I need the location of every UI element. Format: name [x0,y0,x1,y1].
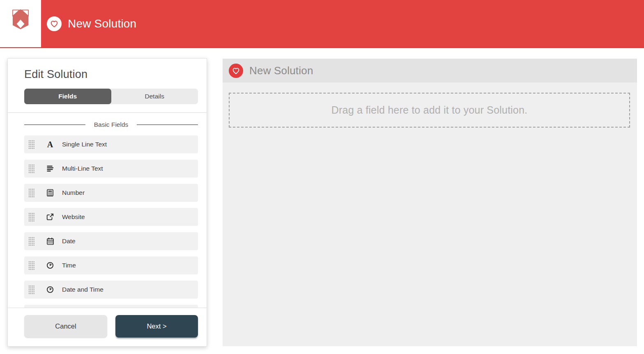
field-item-website[interactable]: Website [24,208,198,226]
topbar: New Solution [0,0,644,48]
panel-title: Edit Solution [24,68,198,81]
heart-icon [47,16,62,31]
solution-canvas: New Solution Drag a field here to add it… [223,59,637,346]
topbar-main: New Solution [41,0,644,47]
drag-handle-icon[interactable] [28,164,34,174]
editor-head: Edit Solution Fields Details [8,59,207,104]
external-link-icon [46,213,55,221]
field-list: Basic Fields A Single Line Text Multi-Li… [8,113,207,308]
divider-line [137,124,198,125]
next-button[interactable]: Next > [115,315,198,338]
drag-handle-icon[interactable] [28,237,34,246]
tab-fields[interactable]: Fields [24,89,111,104]
drag-handle-icon[interactable] [28,188,34,198]
calendar-icon [46,238,55,245]
field-item-multi-line-text[interactable]: Multi-Line Text [24,160,198,178]
canvas-title: New Solution [249,64,313,77]
drag-handle-icon[interactable] [28,140,34,149]
topbar-title: New Solution [68,17,136,30]
field-item-number[interactable]: Number [24,184,198,202]
canvas-header: New Solution [223,59,637,82]
edit-solution-panel: Edit Solution Fields Details Basic Field… [7,58,207,347]
tab-details[interactable]: Details [111,89,198,104]
single-line-text-icon: A [46,140,55,148]
section-label: Basic Fields [85,121,137,128]
dropzone-text: Drag a field here to add it to your Solu… [331,104,527,116]
editor-footer: Cancel Next > [8,308,207,338]
calculator-icon [46,189,55,196]
drag-handle-icon[interactable] [28,261,34,270]
clock-icon [46,262,55,269]
section-divider-basic-fields: Basic Fields [24,121,198,128]
heart-icon [229,64,243,78]
drag-handle-icon[interactable] [28,285,34,295]
field-item-time[interactable]: Time [24,256,198,274]
multi-line-text-icon [46,165,55,172]
zengine-bookmark-logo-icon [10,7,31,30]
tab-group: Fields Details [24,89,198,104]
drag-handle-icon[interactable] [28,212,34,222]
cancel-button[interactable]: Cancel [24,315,107,338]
field-dropzone[interactable]: Drag a field here to add it to your Solu… [229,93,630,128]
field-item-partial[interactable] [24,305,198,308]
field-item-date-and-time[interactable]: Date and Time [24,281,198,299]
field-item-date[interactable]: Date [24,232,198,250]
app-logo[interactable] [0,0,41,47]
divider-line [24,124,85,125]
clock-icon [46,286,55,293]
field-item-single-line-text[interactable]: A Single Line Text [24,135,198,153]
